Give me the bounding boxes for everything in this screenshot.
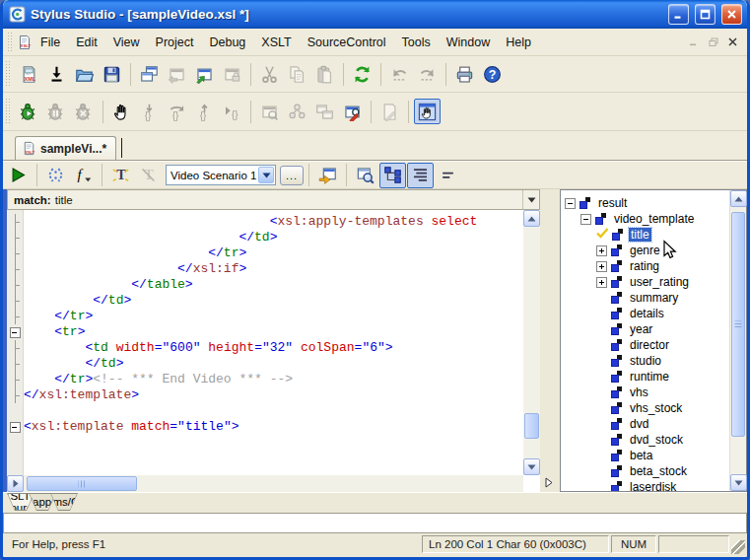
scroll-right-button[interactable] — [7, 475, 24, 492]
print-button[interactable] — [451, 61, 478, 87]
tree-item-beta_stock[interactable]: beta_stock — [565, 463, 729, 479]
editor-vertical-scrollbar[interactable] — [523, 210, 540, 475]
menu-item-xslt[interactable]: XSLT — [253, 34, 299, 51]
tree-item-director[interactable]: director — [565, 337, 729, 353]
open-in-window-button[interactable] — [191, 61, 218, 87]
document-tab[interactable]: XSLT sampleVi...* — [15, 136, 116, 160]
menu-item-file[interactable]: File — [33, 34, 68, 51]
tree-item-dvd[interactable]: dvd — [565, 416, 729, 432]
toolbar-grip[interactable] — [6, 61, 11, 86]
menu-item-sourcecontrol[interactable]: SourceControl — [300, 34, 394, 51]
code-folding-margin[interactable] — [7, 210, 24, 475]
tree-item-label[interactable]: dvd — [628, 417, 650, 431]
tree-item-summary[interactable]: summary — [565, 290, 729, 306]
tree-item-label[interactable]: summary — [628, 291, 680, 305]
xslt-profiler-button[interactable] — [339, 99, 366, 124]
menu-item-debug[interactable]: Debug — [201, 34, 253, 51]
tree-item-user_rating[interactable]: user_rating — [565, 274, 729, 290]
tree-item-label[interactable]: user_rating — [628, 275, 691, 289]
scroll-thumb[interactable] — [524, 413, 539, 439]
tree-item-video_template[interactable]: video_template — [565, 211, 729, 227]
tree-item-result[interactable]: result — [565, 195, 729, 211]
scroll-thumb[interactable] — [731, 212, 745, 437]
scroll-down-button[interactable] — [523, 458, 540, 475]
tree-item-label[interactable]: dvd_stock — [628, 433, 685, 447]
mdi-close-button[interactable] — [724, 35, 741, 49]
break-button[interactable] — [108, 99, 135, 124]
menu-item-view[interactable]: View — [105, 34, 148, 51]
tree-item-label[interactable]: vhs_stock — [628, 401, 684, 415]
save-button[interactable] — [99, 61, 125, 87]
open-file-button[interactable] — [71, 61, 98, 87]
align-result-button[interactable] — [407, 163, 434, 188]
tree-item-label[interactable]: director — [628, 338, 671, 352]
tree-item-label[interactable]: laserdisk — [628, 480, 678, 491]
new-xml-document-button[interactable]: XML — [16, 61, 42, 87]
tree-item-laserdisk[interactable]: laserdisk — [565, 479, 729, 491]
tree-item-label[interactable]: video_template — [612, 212, 696, 226]
tree-item-label[interactable]: studio — [628, 354, 663, 368]
collapse-icon[interactable] — [565, 198, 576, 209]
pane-splitter[interactable] — [540, 189, 560, 492]
browse-scenario-button[interactable]: ... — [280, 166, 304, 185]
toolbar-grip[interactable] — [6, 99, 11, 125]
show-schema-button[interactable] — [379, 163, 406, 188]
menu-item-help[interactable]: Help — [498, 34, 539, 51]
tree-item-label[interactable]: rating — [628, 259, 661, 273]
hand-tool-button[interactable] — [414, 99, 441, 124]
scroll-up-button[interactable] — [730, 190, 747, 207]
resize-grip[interactable] — [731, 540, 745, 554]
tab-params-other[interactable]: Params/Other — [50, 493, 78, 511]
splitter-collapse-icon[interactable] — [545, 477, 553, 488]
tree-item-label[interactable]: result — [596, 196, 629, 210]
tree-item-label[interactable]: beta — [628, 449, 654, 462]
tree-item-label[interactable]: beta_stock — [628, 464, 689, 478]
scroll-down-button[interactable] — [730, 474, 747, 491]
tree-item-label[interactable]: details — [628, 307, 666, 320]
tree-item-runtime[interactable]: runtime — [565, 369, 729, 385]
maximize-button[interactable] — [695, 4, 716, 25]
scenario-properties-button[interactable] — [314, 163, 341, 188]
scenario-combobox[interactable]: Video Scenario 1 — [166, 165, 276, 185]
tree-item-studio[interactable]: studio — [565, 353, 729, 369]
menubar-grip[interactable] — [8, 33, 13, 51]
minimize-button[interactable] — [668, 4, 689, 25]
tree-item-label[interactable]: vhs — [628, 385, 650, 399]
fold-collapse-box[interactable] — [7, 419, 24, 435]
close-button[interactable] — [721, 4, 742, 25]
menu-item-tools[interactable]: Tools — [394, 34, 439, 51]
tree-vertical-scrollbar[interactable] — [729, 190, 746, 491]
tree-item-vhs[interactable]: vhs — [565, 385, 729, 400]
whitespace-button[interactable] — [435, 163, 461, 188]
tree-item-year[interactable]: year — [565, 321, 729, 337]
text-node-button[interactable]: T — [107, 163, 134, 188]
run-xslt-button[interactable] — [5, 163, 32, 188]
editor-horizontal-scrollbar[interactable] — [7, 475, 523, 492]
scroll-thumb[interactable] — [27, 476, 137, 491]
template-match-selector[interactable]: match: title — [7, 189, 540, 210]
tree-item-rating[interactable]: rating — [565, 258, 729, 274]
tree-item-title[interactable]: title — [565, 227, 729, 243]
code-text-area[interactable]: <xsl:apply-templates select </td> </tr> … — [24, 210, 523, 475]
cascade-windows-button[interactable] — [136, 61, 163, 87]
tree-item-label[interactable]: genre — [628, 244, 662, 257]
tree-item-label[interactable]: title — [629, 228, 651, 242]
tree-item-details[interactable]: details — [565, 306, 729, 321]
collapse-icon[interactable] — [580, 214, 591, 225]
open-url-button[interactable] — [43, 61, 70, 87]
help-button[interactable]: ? — [479, 61, 506, 87]
menu-item-project[interactable]: Project — [148, 34, 202, 51]
expand-icon[interactable] — [596, 261, 607, 272]
mapper-links-button[interactable] — [42, 163, 69, 188]
match-dropdown-button[interactable] — [522, 190, 539, 209]
expand-icon[interactable] — [596, 245, 607, 256]
tree-item-vhs_stock[interactable]: vhs_stock — [565, 400, 729, 416]
tree-item-label[interactable]: runtime — [628, 370, 671, 384]
tree-item-label[interactable]: year — [628, 322, 654, 336]
fold-collapse-box[interactable] — [7, 324, 24, 340]
menu-item-edit[interactable]: Edit — [68, 34, 105, 51]
scenario-dropdown-button[interactable] — [258, 167, 274, 183]
tree-item-beta[interactable]: beta — [565, 448, 729, 463]
refresh-button[interactable] — [349, 61, 375, 87]
scroll-up-button[interactable] — [523, 210, 540, 227]
